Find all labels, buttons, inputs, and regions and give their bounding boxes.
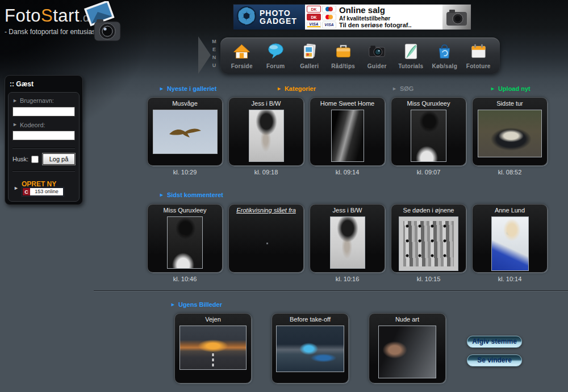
section-link-last-commented[interactable]: ►Sidst kommenteret — [159, 191, 223, 198]
remember-row: Husk: Log på — [12, 153, 75, 165]
nav-item-tutorials[interactable]: Tutorials — [395, 42, 427, 69]
newest-gallery-row: Musvåge kl. 10:29 Jess i B/W kl. 09:18 H… — [147, 97, 548, 176]
toolbox-icon — [334, 42, 353, 63]
username-input[interactable] — [12, 107, 75, 116]
photo-card-sidste-tur[interactable]: Sidste tur — [472, 97, 548, 166]
photo-card-vejen[interactable]: Vejen — [174, 313, 252, 383]
section-label: SØG — [400, 85, 414, 92]
photo-thumbnail — [249, 110, 284, 162]
photo-thumbnail — [330, 216, 365, 269]
photo-time: kl. 08:52 — [472, 169, 548, 176]
photo-card-nude-art[interactable]: Nude art — [369, 313, 446, 383]
section-link-categories[interactable]: ►Kategorier — [277, 85, 316, 92]
nav-label: Forside — [231, 63, 253, 69]
ad-brand-name: PHOTO GADGET — [260, 9, 297, 25]
ad-text: Online salg Af kvalitetstilbehør Til den… — [339, 6, 412, 28]
online-counter: C 153 online — [22, 187, 64, 197]
photo-card-home-sweet-home[interactable]: Home Sweet Home — [310, 97, 385, 166]
photo-time: kl. 10:16 — [310, 276, 385, 283]
gallery-cell: Jess i B/W kl. 09:18 — [228, 97, 304, 176]
section-link-newest[interactable]: ►Nyeste i galleriet — [159, 85, 216, 92]
ad-subline-1: Af kvalitetstilbehør — [339, 15, 412, 22]
bullet-icon: ► — [159, 193, 164, 198]
vote-button[interactable]: Afgiv stemme — [467, 336, 522, 348]
dankort-icon: DK — [307, 14, 321, 20]
nav-item-fototure[interactable]: Fototure — [462, 42, 495, 69]
photo-card-se-doeden[interactable]: Se døden i øjnene — [391, 204, 466, 273]
nav-item-forside[interactable]: Forside — [225, 42, 258, 69]
photo-title: Se døden i øjnene — [391, 205, 466, 214]
nav-label: Galleri — [300, 63, 319, 69]
see-winners-button[interactable]: Se vindere — [467, 355, 522, 366]
nav-label: Råd/tips — [331, 63, 355, 69]
payment-logos: DK DK VISA VISA — [307, 6, 336, 28]
visa-icon: VISA — [307, 22, 321, 28]
gallery-cell: Miss Quruxleey kl. 09:07 — [391, 97, 466, 176]
nav-label: Fototure — [466, 63, 491, 69]
photo-card-anne-lund[interactable]: Anne Lund — [472, 204, 548, 273]
main-navigation: Forside Forum Ga — [220, 37, 500, 74]
nav-item-koeb-salg[interactable]: Køb/salg — [428, 42, 461, 69]
password-input[interactable] — [12, 131, 75, 140]
photo-card-musvaage[interactable]: Musvåge — [147, 97, 223, 166]
nav-item-raad-tips[interactable]: Råd/tips — [327, 42, 360, 69]
section-link-week-photos[interactable]: ►Ugens Billeder — [170, 301, 222, 308]
section-label: Kategorier — [285, 85, 316, 92]
photo-time: kl. 10:15 — [391, 276, 466, 283]
bullet-icon: ► — [170, 302, 176, 307]
photo-thumbnail — [167, 216, 203, 269]
photo-title: Erotikvisning slået fra — [229, 205, 303, 214]
maestro-icon — [322, 6, 336, 12]
ad-banner[interactable]: PHOTO GADGET DK DK VISA VISA Online salg… — [233, 4, 471, 30]
nav-item-forum[interactable]: Forum — [260, 42, 292, 69]
gallery-cell: Musvåge kl. 10:29 — [147, 97, 223, 176]
photo-title: Miss Quruxleey — [391, 98, 466, 107]
home-icon — [232, 42, 251, 63]
logo-foto: Foto — [5, 6, 41, 26]
photo-title: Anne Lund — [473, 205, 547, 214]
remember-label: Husk: — [12, 156, 28, 162]
gallery-cell: Anne Lund kl. 10:14 — [472, 204, 548, 283]
section-label: Sidst kommenteret — [167, 191, 223, 198]
photo-folder-icon — [300, 42, 319, 63]
photo-card-miss-quruxleey[interactable]: Miss Quruxleey — [147, 204, 223, 273]
photo-time: kl. 10:14 — [472, 276, 548, 283]
photo-thumbnail — [491, 216, 529, 271]
nav-item-galleri[interactable]: Galleri — [293, 42, 325, 69]
section-link-search[interactable]: ►SØG — [392, 85, 414, 92]
gallery-cell: Erotikvisning slået fra — [228, 204, 304, 283]
gallery-cell: Jess i B/W kl. 10:16 — [310, 204, 385, 283]
dankort-icon: DK — [307, 6, 321, 12]
ad-headline: Online salg — [339, 6, 412, 15]
fotostart-page: FotoStart.dk - Dansk fotoportal for entu… — [0, 0, 568, 392]
bullet-icon: ► — [12, 122, 18, 127]
camera-photos-icon — [73, 1, 125, 48]
photo-title: Jess i B/W — [229, 98, 303, 107]
online-count-text: 153 online — [30, 188, 63, 195]
site-logo[interactable]: FotoStart.dk - Dansk fotoportal for entu… — [5, 6, 135, 36]
hidden-photo-dot — [266, 243, 268, 244]
section-link-upload[interactable]: ►Upload nyt — [490, 85, 531, 92]
photo-card-jess[interactable]: Jess i B/W — [310, 204, 385, 273]
ad-brand-line2: GADGET — [260, 17, 297, 25]
photo-thumbnail — [179, 326, 247, 370]
remember-checkbox[interactable] — [31, 156, 39, 163]
login-button[interactable]: Log på — [43, 153, 75, 165]
gallery-cell: Miss Quruxleey kl. 10:46 — [147, 204, 223, 283]
last-commented-row: Miss Quruxleey kl. 10:46 Erotikvisning s… — [147, 204, 548, 283]
menu-arrow-icon[interactable] — [198, 36, 211, 74]
nav-item-guider[interactable]: Guider — [361, 42, 393, 69]
photo-title: Before take-off — [272, 314, 348, 323]
camera-icon — [367, 42, 386, 63]
username-label-text: Brugernavn: — [20, 97, 54, 104]
gallery-cell: Sidste tur kl. 08:52 — [472, 97, 548, 176]
photo-time: kl. 10:46 — [147, 276, 223, 283]
counter-badge: C — [23, 188, 30, 195]
photo-time: kl. 09:18 — [228, 169, 304, 176]
photo-card-jess[interactable]: Jess i B/W — [228, 97, 304, 166]
section-label: Nyeste i galleriet — [167, 85, 216, 92]
photo-card-miss-quruxleey[interactable]: Miss Quruxleey — [391, 97, 466, 166]
photo-card-erotik-disabled[interactable]: Erotikvisning slået fra — [228, 204, 304, 273]
photo-card-before-take-off[interactable]: Before take-off — [272, 313, 349, 383]
photo-title: Nude art — [369, 314, 445, 323]
